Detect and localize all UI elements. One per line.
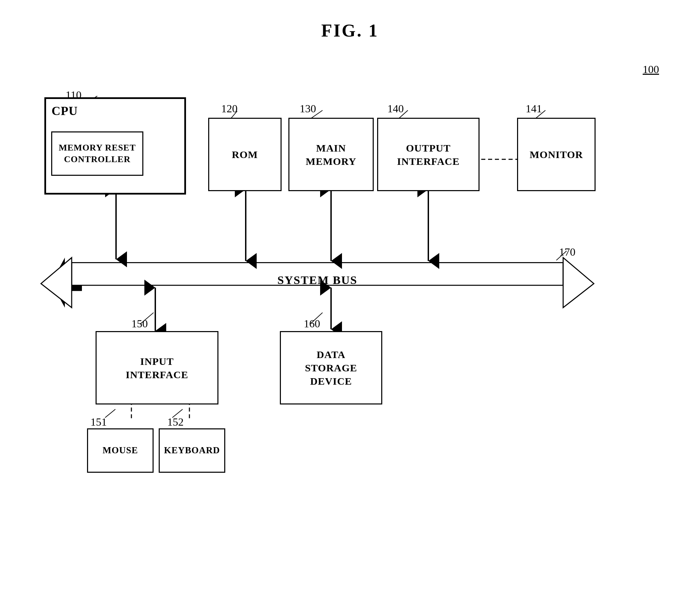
system-bus-label: SYSTEM BUS: [72, 270, 563, 291]
mouse-box: MOUSE: [87, 428, 154, 473]
ref-150: 150: [131, 317, 148, 330]
input-interface-box: INPUT INTERFACE: [96, 331, 218, 404]
svg-marker-6: [41, 258, 72, 308]
ref-152: 152: [167, 416, 184, 428]
data-storage-label: DATA STORAGE DEVICE: [305, 348, 357, 388]
output-interface-box: OUTPUT INTERFACE: [377, 118, 480, 191]
mouse-label: MOUSE: [102, 444, 138, 456]
memory-reset-box: MEMORY RESET CONTROLLER: [51, 131, 143, 176]
monitor-label: MONITOR: [530, 148, 583, 161]
fig-title: FIG. 1: [0, 0, 700, 41]
ref-140: 140: [387, 102, 404, 115]
cpu-label: CPU: [52, 103, 78, 119]
ref-170: 170: [559, 246, 575, 258]
svg-marker-7: [563, 258, 594, 308]
output-interface-label: OUTPUT INTERFACE: [397, 141, 459, 168]
ref-151: 151: [90, 416, 107, 428]
memory-reset-label: MEMORY RESET CONTROLLER: [59, 142, 136, 165]
data-storage-box: DATA STORAGE DEVICE: [280, 331, 382, 404]
main-memory-box: MAIN MEMORY: [288, 118, 374, 191]
cpu-box: CPU 111 MEMORY RESET CONTROLLER: [44, 97, 186, 195]
main-memory-label: MAIN MEMORY: [306, 141, 356, 168]
ref-120: 120: [221, 102, 238, 115]
keyboard-label: KEYBOARD: [164, 444, 220, 456]
ref-100: 100: [643, 63, 659, 76]
ref-160: 160: [304, 317, 320, 330]
rom-label: ROM: [232, 148, 258, 161]
keyboard-box: KEYBOARD: [159, 428, 225, 473]
ref-130: 130: [300, 102, 316, 115]
rom-box: ROM: [208, 118, 282, 191]
ref-141: 141: [526, 102, 542, 115]
input-interface-label: INPUT INTERFACE: [126, 355, 188, 381]
monitor-box: MONITOR: [517, 118, 596, 191]
